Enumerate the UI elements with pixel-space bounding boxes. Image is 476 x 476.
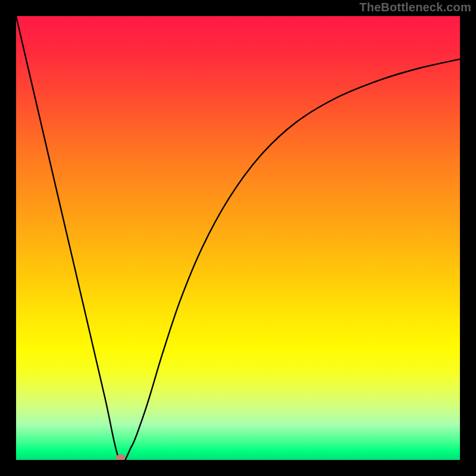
chart-frame: TheBottleneck.com [0,0,476,476]
optimal-point-marker [116,454,126,460]
bottleneck-curve [16,16,460,460]
plot-area [16,16,460,460]
watermark-text: TheBottleneck.com [359,1,471,14]
curve-svg [16,16,460,460]
